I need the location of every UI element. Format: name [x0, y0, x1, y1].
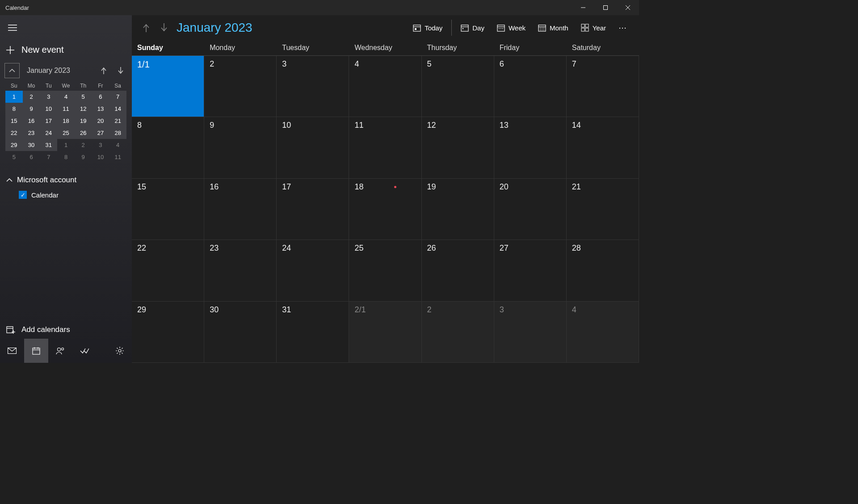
- mini-day[interactable]: 10: [92, 151, 109, 163]
- mini-day[interactable]: 5: [75, 91, 92, 103]
- people-button[interactable]: [48, 339, 72, 363]
- mini-day[interactable]: 28: [109, 127, 126, 139]
- mini-day[interactable]: 20: [92, 115, 109, 127]
- day-cell[interactable]: 2: [204, 56, 277, 117]
- mini-day[interactable]: 8: [57, 151, 75, 163]
- add-calendars-button[interactable]: Add calendars: [0, 321, 132, 339]
- prev-period-button[interactable]: [137, 19, 155, 37]
- new-event-button[interactable]: New event: [0, 40, 132, 59]
- day-cell[interactable]: 29: [132, 302, 204, 363]
- day-cell[interactable]: 11: [349, 117, 421, 178]
- hamburger-button[interactable]: [2, 17, 23, 38]
- day-cell[interactable]: 2: [422, 302, 494, 363]
- year-view-button[interactable]: Year: [575, 19, 612, 37]
- day-cell[interactable]: 22: [132, 240, 204, 301]
- mail-button[interactable]: [0, 339, 24, 363]
- day-cell[interactable]: 15: [132, 179, 204, 240]
- mini-expand-button[interactable]: [4, 63, 20, 78]
- mini-day[interactable]: 2: [23, 91, 40, 103]
- mini-day[interactable]: 14: [109, 103, 126, 115]
- mini-day[interactable]: 11: [109, 151, 126, 163]
- day-cell[interactable]: 19: [422, 179, 494, 240]
- mini-day[interactable]: 11: [57, 103, 75, 115]
- mini-day[interactable]: 17: [40, 115, 57, 127]
- day-cell[interactable]: 4: [349, 56, 421, 117]
- mini-day[interactable]: 22: [5, 127, 23, 139]
- mini-prev-button[interactable]: [97, 64, 110, 77]
- day-cell[interactable]: 18: [349, 179, 421, 240]
- close-button[interactable]: [617, 0, 639, 15]
- mini-day[interactable]: 9: [23, 103, 40, 115]
- maximize-button[interactable]: [594, 0, 617, 15]
- calendar-button[interactable]: [24, 339, 48, 363]
- mini-day[interactable]: 27: [92, 127, 109, 139]
- mini-day[interactable]: 15: [5, 115, 23, 127]
- day-cell[interactable]: 30: [204, 302, 277, 363]
- month-view-button[interactable]: Month: [532, 19, 575, 37]
- mini-day[interactable]: 3: [92, 139, 109, 151]
- mini-day[interactable]: 2: [75, 139, 92, 151]
- day-cell[interactable]: 31: [277, 302, 349, 363]
- day-cell[interactable]: 6: [494, 56, 567, 117]
- day-cell[interactable]: 20: [494, 179, 567, 240]
- account-toggle[interactable]: Microsoft account: [6, 176, 126, 185]
- mini-day[interactable]: 25: [57, 127, 75, 139]
- day-cell[interactable]: 7: [567, 56, 639, 117]
- more-button[interactable]: ⋯: [612, 23, 634, 33]
- period-title[interactable]: January 2023: [177, 21, 252, 35]
- mini-next-button[interactable]: [114, 64, 127, 77]
- mini-day[interactable]: 12: [75, 103, 92, 115]
- mini-day[interactable]: 31: [40, 139, 57, 151]
- day-cell[interactable]: 28: [567, 240, 639, 301]
- mini-day[interactable]: 26: [75, 127, 92, 139]
- day-cell[interactable]: 14: [567, 117, 639, 178]
- mini-day[interactable]: 7: [109, 91, 126, 103]
- today-button[interactable]: Today: [407, 19, 449, 37]
- day-cell[interactable]: 4: [567, 302, 639, 363]
- calendar-checkbox-row[interactable]: ✓ Calendar: [6, 185, 126, 199]
- todo-button[interactable]: [72, 339, 97, 363]
- day-cell[interactable]: 16: [204, 179, 277, 240]
- mini-day[interactable]: 7: [40, 151, 57, 163]
- next-period-button[interactable]: [155, 19, 173, 37]
- settings-button[interactable]: [108, 339, 132, 363]
- day-cell[interactable]: 5: [422, 56, 494, 117]
- day-cell[interactable]: 23: [204, 240, 277, 301]
- mini-day[interactable]: 16: [23, 115, 40, 127]
- day-cell[interactable]: 25: [349, 240, 421, 301]
- mini-day[interactable]: 6: [23, 151, 40, 163]
- day-cell[interactable]: 12: [422, 117, 494, 178]
- day-cell[interactable]: 3: [277, 56, 349, 117]
- mini-day[interactable]: 21: [109, 115, 126, 127]
- mini-day[interactable]: 13: [92, 103, 109, 115]
- mini-day[interactable]: 1: [57, 139, 75, 151]
- mini-day[interactable]: 24: [40, 127, 57, 139]
- day-cell[interactable]: 2/1: [349, 302, 421, 363]
- mini-day[interactable]: 10: [40, 103, 57, 115]
- mini-day[interactable]: 18: [57, 115, 75, 127]
- day-cell[interactable]: 26: [422, 240, 494, 301]
- week-view-button[interactable]: Week: [491, 19, 532, 37]
- mini-day[interactable]: 3: [40, 91, 57, 103]
- day-cell[interactable]: 9: [204, 117, 277, 178]
- minimize-button[interactable]: [572, 0, 594, 15]
- mini-day[interactable]: 29: [5, 139, 23, 151]
- mini-day[interactable]: 23: [23, 127, 40, 139]
- mini-day[interactable]: 4: [57, 91, 75, 103]
- day-cell[interactable]: 1/1: [132, 56, 204, 117]
- day-view-button[interactable]: Day: [454, 19, 491, 37]
- mini-day[interactable]: 9: [75, 151, 92, 163]
- day-cell[interactable]: 10: [277, 117, 349, 178]
- day-cell[interactable]: 27: [494, 240, 567, 301]
- day-cell[interactable]: 3: [494, 302, 567, 363]
- mini-cal-title[interactable]: January 2023: [27, 67, 70, 75]
- mini-day[interactable]: 1: [5, 91, 23, 103]
- day-cell[interactable]: 8: [132, 117, 204, 178]
- mini-day[interactable]: 19: [75, 115, 92, 127]
- day-cell[interactable]: 21: [567, 179, 639, 240]
- day-cell[interactable]: 17: [277, 179, 349, 240]
- mini-day[interactable]: 6: [92, 91, 109, 103]
- mini-day[interactable]: 5: [5, 151, 23, 163]
- day-cell[interactable]: 13: [494, 117, 567, 178]
- mini-day[interactable]: 8: [5, 103, 23, 115]
